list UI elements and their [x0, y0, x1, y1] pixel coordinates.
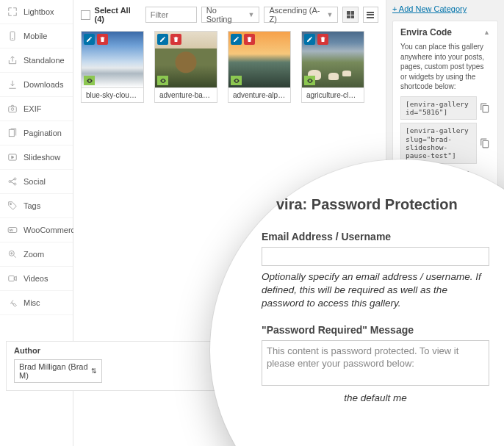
code-help-1: You can place this gallery anywhere into… [400, 42, 490, 92]
grid-view-button[interactable] [342, 7, 358, 23]
shortcode-id[interactable]: [envira-gallery id="5816"] [400, 96, 477, 121]
thumbnail-caption: blue-sky-clouds … [81, 88, 144, 103]
select-all[interactable]: Select All (4) [81, 6, 141, 24]
sidebar-item-tags[interactable]: Tags [0, 194, 73, 218]
sidebar-item-label: Mobile [24, 32, 47, 40]
delete-button[interactable] [317, 34, 328, 45]
video-icon [7, 273, 18, 284]
chevron-down-icon: ▼ [326, 11, 333, 18]
zoom-icon [7, 249, 18, 259]
sidebar-item-videos[interactable]: Videos [0, 267, 73, 291]
camera-icon [7, 104, 18, 114]
phone-icon [7, 31, 18, 41]
thumbnail-card[interactable]: agriculture-cloud … [301, 31, 364, 103]
shortcode-slug[interactable]: [envira-gallery slug="brad-slideshow-pau… [400, 123, 477, 164]
select-all-checkbox[interactable] [81, 10, 90, 20]
order-dropdown[interactable]: Ascending (A-Z)▼ [264, 7, 338, 23]
edit-button[interactable] [157, 34, 168, 45]
svg-point-7 [14, 183, 16, 185]
collapse-icon[interactable]: ▲ [483, 29, 490, 36]
sidebar-item-social[interactable]: Social [0, 170, 73, 194]
svg-point-8 [10, 204, 12, 205]
box-title: Envira Code [400, 27, 452, 37]
svg-rect-11 [9, 276, 15, 281]
tag-icon [7, 201, 18, 211]
sidebar-item-pagination[interactable]: Pagination [0, 121, 73, 145]
list-icon [367, 12, 374, 18]
sidebar-item-label: Downloads [24, 80, 63, 89]
sidebar-item-label: Videos [24, 274, 48, 283]
visibility-icon[interactable] [157, 76, 168, 85]
grid-icon [347, 11, 354, 18]
thumbnail-card[interactable]: adventure-backpa… [154, 31, 217, 103]
select-arrows-icon: ⇅ [91, 367, 97, 375]
thumbnail-caption: adventure-alps-co … [228, 88, 291, 103]
social-icon [7, 176, 18, 187]
email-help: Optionally specify an email address / us… [262, 270, 489, 311]
pw-message-field[interactable] [262, 340, 489, 386]
pages-icon [7, 128, 18, 138]
thumbnail-caption: adventure-backpa… [154, 88, 217, 103]
visibility-icon[interactable] [304, 76, 315, 85]
sidebar-item-slideshow[interactable]: Slideshow [0, 145, 73, 170]
thumbnail-image[interactable] [301, 31, 364, 88]
sidebar-item-downloads[interactable]: Downloads [0, 73, 73, 97]
delete-button[interactable] [97, 34, 108, 45]
sidebar-item-label: WooCommerce [24, 226, 79, 234]
email-label: Email Address / Username [262, 231, 489, 242]
thumbnail-caption: agriculture-cloud … [301, 88, 364, 103]
sidebar-item-label: Pagination [24, 129, 62, 137]
author-select[interactable]: Brad Milligan (Brad M)⇅ [14, 359, 102, 383]
clipboard-icon[interactable] [480, 138, 490, 148]
edit-button[interactable] [231, 34, 242, 45]
sidebar-item-mobile[interactable]: Mobile [0, 24, 73, 48]
sidebar-item-standalone[interactable]: Standalone [0, 48, 73, 73]
add-category-link[interactable]: + Add New Category [392, 4, 498, 13]
sidebar-item-lightbox[interactable]: Lightbox [0, 0, 73, 24]
delete-button[interactable] [170, 34, 181, 45]
sidebar-item-label: Misc [24, 298, 40, 307]
sidebar-item-label: Social [24, 177, 46, 186]
clipboard-icon[interactable] [480, 103, 490, 113]
pw-message-label: "Password Required" Message [262, 324, 489, 336]
sidebar-item-label: Lightbox [24, 7, 54, 16]
expand-icon [7, 7, 18, 17]
thumbnail-grid: blue-sky-clouds …adventure-backpa…advent… [81, 31, 378, 103]
lens-title: vira: Password Protection [262, 196, 504, 213]
sidebar-item-zoom[interactable]: Zoom [0, 242, 73, 267]
edit-button[interactable] [304, 34, 315, 45]
thumbnail-image[interactable] [81, 31, 144, 88]
svg-rect-0 [10, 32, 15, 40]
svg-point-5 [9, 181, 11, 183]
filter-input[interactable] [145, 7, 197, 23]
sidebar-item-label: Zoom [24, 250, 44, 259]
play-icon [7, 152, 18, 162]
sidebar-item-label: Standalone [24, 56, 65, 65]
wrench-icon [7, 298, 18, 308]
thumbnail-card[interactable]: adventure-alps-co … [228, 31, 291, 103]
svg-point-2 [11, 108, 14, 111]
sidebar-item-woocommerce[interactable]: WooCommerce [0, 218, 73, 242]
visibility-icon[interactable] [231, 76, 242, 85]
svg-point-6 [14, 178, 16, 180]
chevron-down-icon: ▼ [248, 11, 255, 18]
woo-icon [7, 225, 18, 235]
sidebar-item-label: EXIF [24, 104, 41, 113]
list-view-button[interactable] [363, 7, 378, 23]
pw-message-default: the default me [262, 392, 489, 403]
thumbnail-image[interactable] [228, 31, 291, 88]
email-field[interactable] [262, 247, 489, 266]
sidebar-item-exif[interactable]: EXIF [0, 97, 73, 121]
select-all-label: Select All (4) [95, 6, 141, 24]
thumbnail-card[interactable]: blue-sky-clouds … [81, 31, 144, 103]
sort-dropdown[interactable]: No Sorting▼ [201, 7, 260, 23]
sidebar-item-label: Slideshow [24, 153, 60, 162]
visibility-icon[interactable] [84, 76, 95, 85]
sidebar-item-misc[interactable]: Misc [0, 291, 73, 315]
delete-button[interactable] [244, 34, 255, 45]
thumbnail-image[interactable] [154, 31, 217, 88]
edit-button[interactable] [84, 34, 95, 45]
gallery-toolbar: Select All (4) No Sorting▼ Ascending (A-… [81, 6, 378, 24]
share-icon [7, 55, 18, 65]
svg-rect-3 [9, 129, 14, 136]
